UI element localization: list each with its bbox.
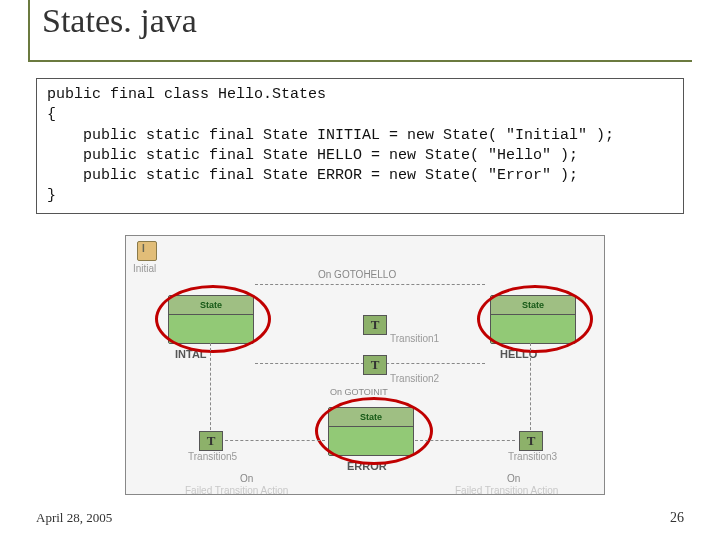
initial-marker-i: I xyxy=(142,243,145,254)
on-label-right: On xyxy=(507,473,520,484)
state-intal-label: INTAL xyxy=(175,348,207,360)
footer-date: April 28, 2005 xyxy=(36,510,112,526)
transition-box: T xyxy=(363,315,387,335)
line-r-err xyxy=(415,440,515,441)
state-body xyxy=(329,427,413,455)
vline-r xyxy=(530,343,531,435)
code-block: public final class Hello.States { public… xyxy=(36,78,684,214)
failed-ta-left: Failed Transition Action xyxy=(185,485,288,496)
state-error-label: ERROR xyxy=(347,460,387,472)
footer-page: 26 xyxy=(670,510,684,526)
state-hello: State xyxy=(490,295,576,344)
transition-box: T xyxy=(199,431,223,451)
on-label-left: On xyxy=(240,473,253,484)
state-header: State xyxy=(491,296,575,315)
line-gotohello xyxy=(255,284,485,285)
state-error: State xyxy=(328,407,414,456)
slide-title: States. java xyxy=(42,2,197,39)
state-header: State xyxy=(169,296,253,315)
transition-box: T xyxy=(363,355,387,375)
state-intal: State xyxy=(168,295,254,344)
state-body xyxy=(169,315,253,343)
on-gotohello-label: On GOTOHELLO xyxy=(318,269,396,280)
initial-marker xyxy=(137,241,157,261)
failed-ta-right: Failed Transition Action xyxy=(455,485,558,496)
transition2-label: Transition2 xyxy=(390,373,439,384)
transition5-label: Transition5 xyxy=(188,451,237,462)
initial-label: Initial xyxy=(133,263,156,274)
transition3-label: Transition3 xyxy=(508,451,557,462)
state-hello-label: HELLO xyxy=(500,348,537,360)
transition1-label: Transition1 xyxy=(390,333,439,344)
vline-l xyxy=(210,343,211,435)
state-header: State xyxy=(329,408,413,427)
transition-box: T xyxy=(519,431,543,451)
slide-title-area: States. java xyxy=(28,0,692,62)
state-diagram: I Initial On GOTOHELLO State INTAL State… xyxy=(125,235,605,495)
state-body xyxy=(491,315,575,343)
on-gotoinit-label: On GOTOINIT xyxy=(330,387,388,397)
line-l-err xyxy=(225,440,325,441)
